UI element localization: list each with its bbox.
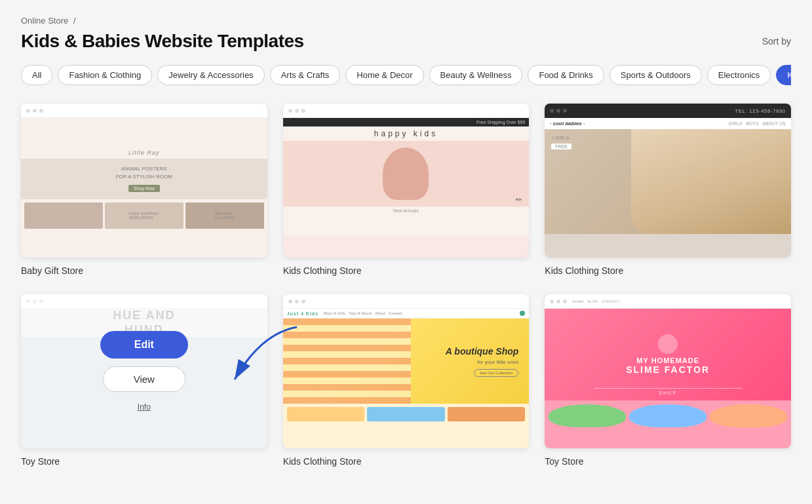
template-name-baby-gift: Baby Gift Store bbox=[21, 265, 267, 276]
template-card-kids-clothing-2: TEL: 123-456-7890 · cool babies · GIRLS … bbox=[545, 104, 791, 276]
page-header: Kids & Babies Website Templates Sort by bbox=[21, 31, 791, 52]
template-thumb-kids-clothing-1[interactable]: Free Shipping Over $99 happy kids ◀ ▶ Ne… bbox=[283, 104, 530, 258]
template-thumb-kids-clothing-3[interactable]: Just 4 Kids Boys & Girls Toys & Decor Ab… bbox=[283, 294, 530, 448]
template-name-kids-clothing-1: Kids Clothing Store bbox=[283, 265, 530, 276]
template-name-toy-store-1: Toy Store bbox=[21, 456, 267, 467]
page-wrapper: Online Store / Kids & Babies Website Tem… bbox=[0, 0, 812, 482]
edit-button[interactable]: Edit bbox=[100, 331, 188, 359]
filter-food[interactable]: Food & Drinks bbox=[528, 65, 604, 85]
template-name-toy-store-2: Toy Store bbox=[545, 456, 791, 467]
breadcrumb: Online Store / bbox=[21, 16, 791, 26]
filter-fashion[interactable]: Fashion & Clothing bbox=[58, 65, 152, 85]
template-thumb-baby-gift[interactable]: Little Ray ANIMAL POSTERSFOR A STYLISH R… bbox=[21, 104, 267, 258]
template-card-kids-clothing-3: Just 4 Kids Boys & Girls Toys & Decor Ab… bbox=[283, 294, 530, 467]
filter-bar: All Fashion & Clothing Jewelry & Accesso… bbox=[21, 65, 791, 85]
filter-electronics[interactable]: Electronics bbox=[707, 65, 771, 85]
template-card-baby-gift: Little Ray ANIMAL POSTERSFOR A STYLISH R… bbox=[21, 104, 267, 276]
page-title: Kids & Babies Website Templates bbox=[21, 31, 304, 52]
filter-all[interactable]: All bbox=[21, 65, 52, 85]
templates-grid: Little Ray ANIMAL POSTERSFOR A STYLISH R… bbox=[21, 104, 791, 467]
template-card-toy-store-2: HOME BLOG CONTACT MY HOMEMADESLIME FACTO… bbox=[545, 294, 791, 467]
template-name-kids-clothing-2: Kids Clothing Store bbox=[545, 265, 791, 276]
filter-home[interactable]: Home & Decor bbox=[345, 65, 423, 85]
view-button[interactable]: View bbox=[103, 366, 185, 392]
template-thumb-toy-store-2[interactable]: HOME BLOG CONTACT MY HOMEMADESLIME FACTO… bbox=[545, 294, 791, 448]
template-thumb-toy-store-1[interactable]: HUE ANDHUND Edit View Info bbox=[21, 294, 267, 448]
template-thumb-kids-clothing-2[interactable]: TEL: 123-456-7890 · cool babies · GIRLS … bbox=[545, 104, 791, 258]
template-card-kids-clothing-1: Free Shipping Over $99 happy kids ◀ ▶ Ne… bbox=[283, 104, 530, 276]
filter-kids[interactable]: Kids & Ba… bbox=[776, 65, 791, 85]
breadcrumb-separator: / bbox=[73, 16, 76, 26]
breadcrumb-parent-link[interactable]: Online Store bbox=[21, 16, 68, 26]
sort-label[interactable]: Sort by bbox=[762, 36, 791, 47]
template-card-toy-store-1: HUE ANDHUND Edit View Info Toy Store bbox=[21, 294, 267, 467]
info-link[interactable]: Info bbox=[138, 402, 151, 412]
filter-arts[interactable]: Arts & Crafts bbox=[270, 65, 341, 85]
filter-jewelry[interactable]: Jewelry & Accessories bbox=[157, 65, 264, 85]
filter-sports[interactable]: Sports & Outdoors bbox=[609, 65, 702, 85]
filter-beauty[interactable]: Beauty & Wellness bbox=[429, 65, 523, 85]
template-name-kids-clothing-3: Kids Clothing Store bbox=[283, 456, 530, 467]
hover-overlay: Edit View Info bbox=[21, 294, 267, 448]
